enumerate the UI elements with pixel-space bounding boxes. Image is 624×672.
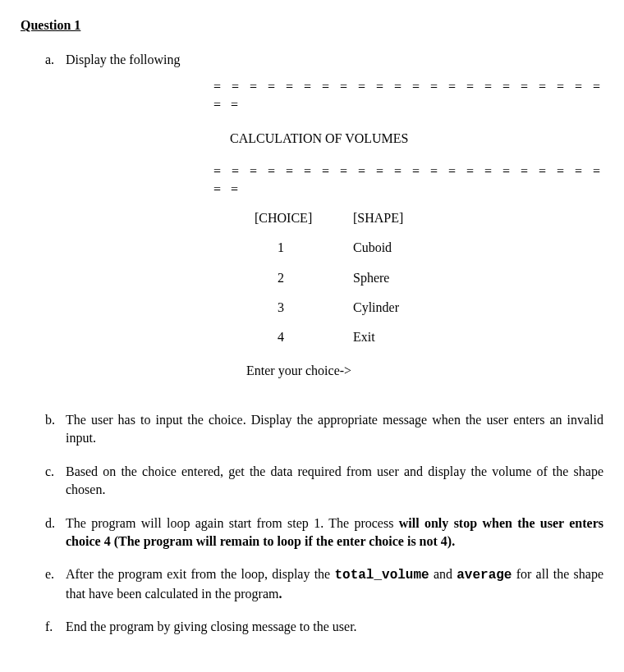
row-0-shape: Cuboid [353, 239, 603, 257]
item-c-text: Based on the choice entered, get the dat… [66, 463, 603, 500]
row-2-num: 3 [213, 299, 353, 317]
row-2-shape: Cylinder [353, 299, 603, 317]
menu-header: [CHOICE] [SHAPE] [213, 209, 603, 227]
item-e: e. After the program exit from the loop,… [21, 565, 603, 603]
header-choice: [CHOICE] [213, 209, 353, 227]
menu-row: 1 Cuboid [213, 239, 603, 257]
item-c: c. Based on the choice entered, get the … [21, 463, 603, 500]
item-d-content: The program will loop again start from s… [66, 514, 603, 551]
row-3-shape: Exit [353, 328, 603, 346]
item-a: a. Display the following = = = = = = = =… [21, 51, 603, 396]
item-e-content: After the program exit from the loop, di… [66, 565, 603, 603]
item-c-marker: c. [21, 463, 66, 481]
code-average: average [457, 568, 512, 583]
display-title: CALCULATION OF VOLUMES [230, 130, 603, 148]
choice-prompt: Enter your choice-> [246, 362, 603, 380]
item-e-period: . [278, 587, 282, 601]
item-d-pre: The program will loop again start from s… [66, 516, 399, 530]
item-a-text: Display the following [66, 53, 181, 66]
item-d-marker: d. [21, 514, 66, 533]
item-e-t2: and [429, 567, 457, 581]
divider-top: = = = = = = = = = = = = = = = = = = = = … [213, 78, 603, 115]
header-shape: [SHAPE] [353, 209, 603, 227]
row-1-num: 2 [213, 269, 353, 287]
item-b-text: The user has to input the choice. Displa… [66, 411, 603, 448]
item-b-marker: b. [21, 411, 66, 429]
item-f-text: End the program by giving closing messag… [66, 618, 603, 636]
item-a-marker: a. [21, 51, 66, 69]
item-d: d. The program will loop again start fro… [21, 514, 603, 551]
item-f-marker: f. [21, 618, 66, 636]
menu-row: 2 Sphere [213, 269, 603, 287]
question-heading: Question 1 [21, 16, 603, 34]
divider-bottom: = = = = = = = = = = = = = = = = = = = = … [213, 162, 603, 199]
row-1-shape: Sphere [353, 269, 603, 287]
menu-row: 4 Exit [213, 328, 603, 346]
item-e-marker: e. [21, 565, 66, 583]
item-b: b. The user has to input the choice. Dis… [21, 411, 603, 448]
item-e-t1: After the program exit from the loop, di… [66, 567, 334, 581]
item-a-content: Display the following = = = = = = = = = … [66, 51, 603, 396]
code-total-volume: total_volume [334, 568, 429, 583]
display-block: = = = = = = = = = = = = = = = = = = = = … [213, 78, 603, 380]
row-0-num: 1 [213, 239, 353, 257]
menu-row: 3 Cylinder [213, 299, 603, 317]
row-3-num: 4 [213, 328, 353, 346]
item-f: f. End the program by giving closing mes… [21, 618, 603, 636]
